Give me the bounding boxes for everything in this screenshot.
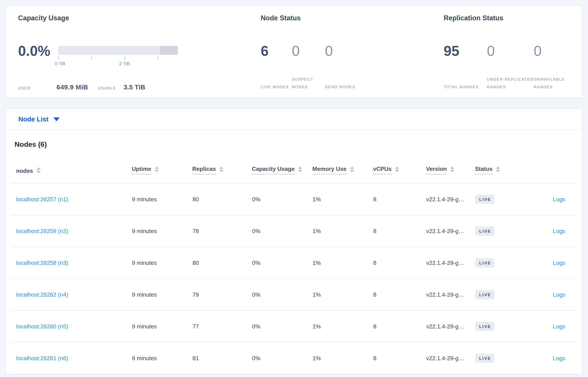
status-badge: LIVE: [475, 226, 494, 236]
node-table-row: localhost:26257 (n1) 9 minutes 80 0% 1% …: [11, 183, 578, 215]
column-header[interactable]: Version: [426, 149, 475, 183]
sort-asc-icon: [395, 166, 399, 169]
cluster-summary-panel: Capacity Usage 0.0% 0 TiB 2 TiB: [5, 5, 583, 98]
node-link[interactable]: localhost:26262 (n4): [16, 291, 68, 298]
capacity-axis-tick: [91, 57, 92, 59]
status-badge: LIVE: [475, 195, 494, 204]
sort-desc-icon: [496, 170, 500, 172]
node-link[interactable]: localhost:26260 (n5): [16, 323, 68, 330]
capacity-usage-stat: 0.0% 0 TiB 2 TiB: [18, 44, 261, 58]
node-status-stats: 6 LIVE NODES 0 SUSPECT NODES 0 DEAD NODE…: [261, 44, 444, 91]
sort-desc-icon: [350, 170, 354, 172]
sort-asc-icon: [219, 166, 223, 169]
node-table-row: localhost:26262 (n4) 9 minutes 79 0% 1% …: [11, 279, 578, 311]
column-header-label: Status: [475, 165, 493, 174]
logs-link[interactable]: Logs: [553, 259, 565, 266]
logs-link[interactable]: Logs: [553, 291, 565, 298]
stat-value: 95: [444, 44, 487, 58]
nodes-table-title: Nodes (6): [15, 140, 582, 149]
status-stat: 0 SUSPECT NODES: [292, 44, 325, 91]
capacity-axis-tick: [125, 57, 125, 59]
version-cell: v22.1.4-29-g…: [426, 311, 475, 342]
capacity-bar-track: [58, 46, 178, 55]
memory-use-cell: 1%: [312, 215, 373, 247]
node-list-dropdown-label: Node List: [18, 116, 48, 123]
column-header[interactable]: nodes: [11, 149, 132, 183]
capacity-bar-reserved-segment: [160, 46, 178, 55]
column-header-label: Capacity Usage: [252, 165, 295, 174]
column-header-label: nodes: [16, 167, 33, 174]
node-status-title: Node Status: [261, 14, 444, 23]
status-stat: 95 TOTAL RANGES: [444, 44, 487, 91]
sort-icon: [350, 166, 354, 172]
node-table-row: localhost:26259 (n2) 9 minutes 78 0% 1% …: [11, 215, 578, 247]
capacity-usage-section: Capacity Usage 0.0% 0 TiB 2 TiB: [18, 14, 261, 98]
capacity-usage-cell: 0%: [252, 279, 312, 311]
column-header[interactable]: Status: [475, 149, 526, 183]
column-header[interactable]: Memory Use: [312, 149, 373, 183]
sort-desc-icon: [298, 170, 302, 172]
column-header[interactable]: Replicas: [192, 149, 252, 183]
node-list-dropdown[interactable]: Node List: [18, 116, 59, 123]
sort-asc-icon: [350, 166, 354, 169]
column-header-label: Version: [426, 165, 447, 174]
sort-icon: [37, 167, 41, 173]
version-cell: v22.1.4-29-g…: [426, 215, 475, 247]
node-link[interactable]: localhost:26261 (n6): [16, 355, 68, 362]
vcpus-cell: 8: [373, 311, 426, 342]
version-cell: v22.1.4-29-g…: [426, 247, 475, 279]
column-header: [526, 149, 578, 183]
uptime-cell: 9 minutes: [132, 183, 192, 215]
status-stat: 0 DEAD NODES: [325, 44, 365, 91]
memory-use-cell: 1%: [312, 279, 373, 311]
node-link[interactable]: localhost:26257 (n1): [16, 196, 68, 203]
node-table-row: localhost:26258 (n3) 9 minutes 80 0% 1% …: [11, 247, 578, 279]
replicas-cell: 80: [192, 247, 252, 279]
sort-icon: [155, 166, 159, 172]
uptime-cell: 9 minutes: [132, 247, 192, 279]
node-link[interactable]: localhost:26258 (n3): [16, 259, 68, 266]
memory-use-cell: 1%: [312, 247, 373, 279]
stat-label: UNAVAILABLE RANGES: [534, 75, 582, 91]
sort-icon: [496, 166, 500, 172]
replication-status-section: Replication Status 95 TOTAL RANGES 0 UND…: [444, 14, 582, 98]
vcpus-cell: 8: [373, 247, 426, 279]
uptime-cell: 9 minutes: [132, 279, 192, 311]
chevron-down-icon: [53, 118, 59, 121]
sort-asc-icon: [496, 166, 500, 169]
nodes-table: nodes Uptime Replicas Capacity Usage: [11, 149, 578, 374]
column-header[interactable]: Uptime: [132, 149, 192, 183]
capacity-axis-label-2: 2 TiB: [119, 61, 130, 66]
capacity-axis-label-0: 0 TiB: [55, 61, 65, 66]
stat-value: 0: [325, 44, 365, 58]
capacity-usage-title: Capacity Usage: [18, 14, 261, 23]
node-table-row: localhost:26261 (n6) 9 minutes 81 0% 1% …: [11, 342, 578, 374]
uptime-cell: 9 minutes: [132, 215, 192, 247]
logs-link[interactable]: Logs: [553, 355, 565, 362]
stat-value: 6: [261, 44, 292, 58]
stat-value: 0: [534, 44, 582, 58]
node-table-row: localhost:26260 (n5) 9 minutes 77 0% 1% …: [11, 311, 578, 342]
logs-link[interactable]: Logs: [553, 228, 565, 235]
vcpus-cell: 8: [373, 215, 426, 247]
replication-status-title: Replication Status: [444, 14, 582, 23]
logs-link[interactable]: Logs: [553, 196, 565, 203]
sort-desc-icon: [450, 170, 454, 172]
logs-link[interactable]: Logs: [553, 323, 565, 330]
node-link[interactable]: localhost:26259 (n2): [16, 228, 68, 235]
column-header[interactable]: vCPUs: [373, 149, 426, 183]
replication-status-stats: 95 TOTAL RANGES 0 UNDER-REPLICATED RANGE…: [444, 44, 582, 91]
nodes-table-panel: Nodes (6) nodes Uptime Replicas: [5, 129, 583, 375]
view-selector-bar: Node List: [5, 109, 583, 129]
version-cell: v22.1.4-29-g…: [426, 183, 475, 215]
vcpus-cell: 8: [373, 279, 426, 311]
cluster-overview-page: Capacity Usage 0.0% 0 TiB 2 TiB: [0, 0, 588, 377]
capacity-usage-cell: 0%: [252, 215, 312, 247]
stat-label: SUSPECT NODES: [292, 75, 325, 91]
sort-asc-icon: [298, 166, 302, 169]
column-header[interactable]: Capacity Usage: [252, 149, 312, 183]
used-label: USED: [18, 86, 57, 91]
stat-label: UNDER-REPLICATED RANGES: [487, 75, 534, 91]
capacity-axis-tick: [158, 57, 158, 59]
sort-icon: [395, 166, 399, 172]
